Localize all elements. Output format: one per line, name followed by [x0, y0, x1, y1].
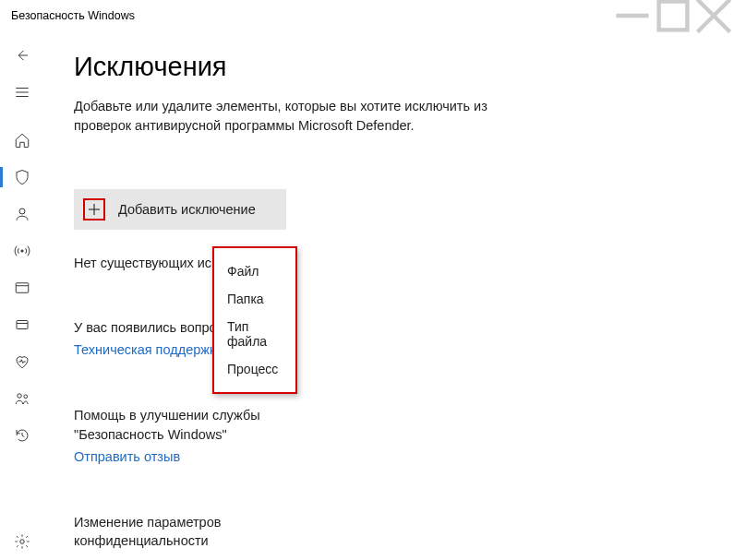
- menu-item-filetype[interactable]: Тип файла: [214, 313, 295, 355]
- account-button[interactable]: [0, 196, 44, 232]
- back-button[interactable]: [0, 37, 44, 74]
- svg-point-15: [20, 540, 25, 544]
- device-security-button[interactable]: [0, 306, 44, 343]
- family-icon: [14, 390, 30, 407]
- settings-button[interactable]: [0, 523, 44, 560]
- person-icon: [14, 206, 30, 222]
- menu-item-process[interactable]: Процесс: [214, 355, 295, 383]
- page-title: Исключения: [74, 52, 704, 82]
- exclusion-type-menu: Файл Папка Тип файла Процесс: [212, 246, 297, 394]
- add-exclusion-label: Добавить исключение: [118, 202, 256, 217]
- titlebar: Безопасность Windows: [0, 0, 734, 31]
- chip-icon: [14, 316, 30, 333]
- firewall-button[interactable]: [0, 232, 44, 269]
- no-exclusions-text: Нет существующих исключений.: [74, 256, 704, 270]
- feedback-link[interactable]: Отправить отзыв: [74, 449, 180, 464]
- heart-icon: [14, 353, 30, 370]
- app-browser-button[interactable]: [0, 269, 44, 306]
- svg-point-14: [24, 395, 28, 399]
- home-icon: [14, 132, 30, 149]
- window-title: Безопасность Windows: [11, 9, 135, 22]
- arrow-left-icon: [14, 47, 30, 64]
- plus-icon: [83, 198, 105, 220]
- window-controls: [612, 0, 734, 31]
- main-content: Исключения Добавьте или удалите элементы…: [44, 31, 734, 560]
- svg-rect-1: [659, 2, 688, 30]
- history-icon: [14, 427, 30, 444]
- privacy-heading: Изменение параметров конфиденциальности: [74, 513, 314, 551]
- family-button[interactable]: [0, 380, 44, 417]
- hamburger-icon: [14, 84, 30, 101]
- support-link[interactable]: Техническая поддержка: [74, 342, 223, 357]
- window-icon: [14, 280, 30, 296]
- svg-point-8: [21, 250, 23, 252]
- antenna-icon: [14, 243, 30, 259]
- svg-rect-11: [17, 321, 28, 329]
- page-description: Добавьте или удалите элементы, которые в…: [74, 97, 517, 136]
- svg-point-7: [19, 209, 25, 214]
- menu-item-folder[interactable]: Папка: [214, 285, 295, 313]
- home-button[interactable]: [0, 122, 44, 159]
- add-exclusion-button[interactable]: Добавить исключение: [74, 189, 286, 230]
- svg-rect-9: [16, 283, 29, 293]
- shield-button[interactable]: [0, 159, 44, 196]
- menu-button[interactable]: [0, 74, 44, 111]
- sidebar: [0, 31, 44, 560]
- svg-point-13: [18, 394, 22, 399]
- improve-label: Помощь в улучшении службы "Безопасность …: [74, 406, 314, 444]
- gear-icon: [14, 533, 30, 550]
- minimize-button[interactable]: [612, 0, 653, 31]
- maximize-button[interactable]: [653, 0, 693, 31]
- shield-icon: [14, 169, 30, 185]
- device-health-button[interactable]: [0, 343, 44, 380]
- menu-item-file[interactable]: Файл: [214, 257, 295, 285]
- history-button[interactable]: [0, 417, 44, 454]
- close-button[interactable]: [693, 0, 734, 31]
